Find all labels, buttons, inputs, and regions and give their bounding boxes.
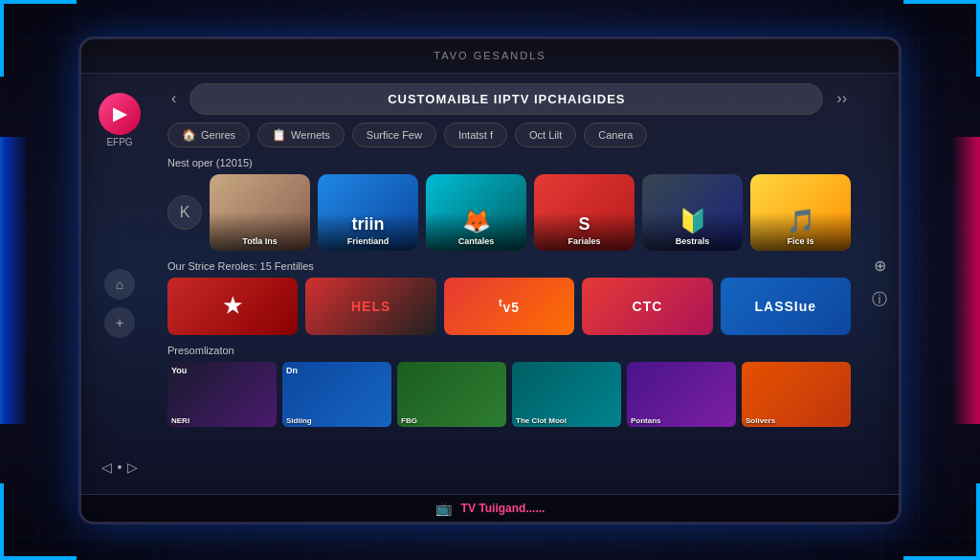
section3: Presomlizaton You NERI Dn Sidiing FBG bbox=[167, 345, 851, 427]
section2-label: Our Strice Reroles: 15 Fentilles bbox=[167, 260, 851, 272]
corner-tl bbox=[0, 0, 77, 77]
genres-icon: 🏠 bbox=[182, 128, 196, 142]
left-nav: ⌂ + bbox=[104, 269, 135, 338]
tab-genres[interactable]: 🏠 Genres bbox=[167, 123, 250, 147]
bottom-tv-icon: 📺 bbox=[435, 501, 452, 516]
section1: Nest oper (12015) K Totla Ins bbox=[167, 157, 851, 260]
card-label-cantales: Cantales bbox=[458, 236, 495, 246]
main-content: ▶ EFPG ⌂ + ◁ • ▷ ‹ bbox=[81, 74, 899, 494]
sidebar-icon-info[interactable]: ⓘ bbox=[872, 290, 887, 310]
tab-canera-label: Canera bbox=[598, 129, 633, 141]
thumb-label-6: Solivers bbox=[746, 416, 847, 425]
live-card-tv5[interactable]: tv5 bbox=[444, 278, 574, 335]
card-label-bestrals: Bestrals bbox=[676, 236, 710, 246]
card-logo-fice: 🎵 bbox=[787, 208, 815, 235]
live-card-ctc-text: CTC bbox=[633, 299, 663, 314]
card-logo-cantales: 🦊 bbox=[462, 208, 491, 235]
channel-card-cantales[interactable]: 🦊 Cantales bbox=[426, 174, 526, 251]
card-label-totla: Totla Ins bbox=[242, 236, 277, 246]
side-glow-left bbox=[0, 137, 29, 424]
tab-canera[interactable]: Canera bbox=[584, 123, 647, 147]
tab-genres-label: Genres bbox=[201, 129, 235, 141]
section2-live-row: ★ HELS tv5 CTC bbox=[167, 278, 851, 335]
bottom-bar: 📺 TV Tuiigand...... bbox=[81, 494, 899, 522]
live-card-lassue[interactable]: LASSIue bbox=[721, 278, 851, 335]
center-content: ‹ CUSTOMAIBLE IIPTV IPCHAIGIDES ›› 🏠 Gen… bbox=[158, 83, 860, 484]
live-card-tv5-text: tv5 bbox=[499, 297, 520, 315]
thumb-label-5: Pontans bbox=[631, 416, 732, 425]
next-button[interactable]: ›› bbox=[833, 86, 851, 111]
thumb-top-2: Dn bbox=[286, 366, 298, 375]
tab-oct-label: Oct Lilt bbox=[529, 129, 562, 141]
top-bar: TAVO GESANDLS bbox=[81, 39, 899, 74]
search-bar-row: ‹ CUSTOMAIBLE IIPTV IPCHAIGIDES ›› bbox=[167, 83, 851, 115]
section1-channel-cards: Totla Ins triin Frientiand 🦊 Cantales bbox=[210, 174, 851, 251]
live-card-hels[interactable]: HELS bbox=[305, 278, 435, 335]
section2: Our Strice Reroles: 15 Fentilles ★ HELS … bbox=[167, 260, 851, 345]
app-title: TAVO GESANDLS bbox=[434, 50, 546, 61]
card-logo-fariales: S bbox=[578, 214, 590, 235]
left-sidebar: ▶ EFPG ⌂ + ◁ • ▷ bbox=[81, 83, 158, 484]
thumb-label-4: The Clot Mool bbox=[516, 416, 617, 425]
nav-tabs: 🏠 Genres 📋 Wernets Surfice Few Intatst f bbox=[167, 123, 851, 147]
section1-channels-row: K Totla Ins triin Frientiand bbox=[167, 174, 851, 251]
thumb-card-5[interactable]: Pontans bbox=[627, 362, 736, 427]
right-sidebar: ⊕ ⓘ bbox=[860, 83, 899, 484]
thumb-top-1: You bbox=[171, 366, 187, 375]
logo-circle: ▶ bbox=[99, 93, 141, 135]
outer-frame: TAVO GESANDLS ▶ EFPG ⌂ + ◁ • ▷ bbox=[0, 0, 980, 560]
live-card-red-star[interactable]: ★ bbox=[167, 278, 298, 335]
nav-icon-add[interactable]: + bbox=[104, 307, 135, 338]
wernets-icon: 📋 bbox=[272, 128, 286, 142]
live-card-lassue-text: LASSIue bbox=[755, 299, 817, 314]
corner-br bbox=[903, 483, 980, 560]
logo-symbol: ▶ bbox=[113, 103, 126, 124]
card-logo-frientiand: triin bbox=[352, 214, 385, 235]
nav-icon-home[interactable]: ⌂ bbox=[104, 269, 135, 300]
tv-screen: TAVO GESANDLS ▶ EFPG ⌂ + ◁ • ▷ bbox=[78, 36, 902, 525]
card-label-fice: Fice Is bbox=[787, 236, 813, 246]
thumb-label-1: NERI bbox=[171, 416, 273, 425]
search-bar[interactable]: CUSTOMAIBLE IIPTV IPCHAIGIDES bbox=[189, 83, 823, 115]
section1-label: Nest oper (12015) bbox=[167, 157, 851, 168]
bottom-text: TV Tuiigand...... bbox=[461, 502, 546, 515]
live-card-ctc[interactable]: CTC bbox=[582, 278, 712, 335]
thumb-label-3: FBG bbox=[401, 416, 502, 425]
header-area: ‹ CUSTOMAIBLE IIPTV IPCHAIGIDES ›› 🏠 Gen… bbox=[167, 83, 851, 147]
corner-tr bbox=[903, 0, 980, 77]
channel-card-fariales[interactable]: S Fariales bbox=[534, 174, 635, 251]
thumb-card-6[interactable]: Solivers bbox=[742, 362, 851, 427]
channel-card-bestrals[interactable]: 🔰 Bestrals bbox=[642, 174, 743, 251]
section1-nav-btn[interactable]: K bbox=[167, 195, 202, 230]
sidebar-icon-plus[interactable]: ⊕ bbox=[874, 257, 886, 275]
playback-next[interactable]: ▷ bbox=[127, 459, 138, 475]
section3-thumbs-row: You NERI Dn Sidiing FBG The Clot Mool bbox=[167, 362, 851, 427]
corner-bl bbox=[0, 483, 77, 560]
thumb-card-4[interactable]: The Clot Mool bbox=[512, 362, 621, 427]
channel-card-frientiand[interactable]: triin Frientiand bbox=[318, 174, 418, 251]
tab-surfice-label: Surfice Few bbox=[367, 129, 422, 141]
channel-card-fice[interactable]: 🎵 Fice Is bbox=[750, 174, 851, 251]
logo-label: EFPG bbox=[106, 137, 132, 147]
side-glow-right bbox=[951, 137, 980, 424]
tab-oct[interactable]: Oct Lilt bbox=[515, 123, 576, 147]
prev-button[interactable]: ‹ bbox=[167, 86, 180, 111]
thumb-card-3[interactable]: FBG bbox=[397, 362, 506, 427]
card-logo-bestrals: 🔰 bbox=[679, 208, 707, 235]
card-label-frientiand: Frientiand bbox=[347, 236, 390, 246]
live-card-hels-text: HELS bbox=[351, 299, 390, 314]
tab-intatst-label: Intatst f bbox=[458, 129, 493, 141]
section3-label: Presomlizaton bbox=[167, 345, 851, 356]
card-label-fariales: Fariales bbox=[568, 236, 600, 246]
live-card-red-star-text: ★ bbox=[223, 294, 243, 319]
tab-wernets[interactable]: 📋 Wernets bbox=[257, 123, 345, 147]
tab-intatst[interactable]: Intatst f bbox=[444, 123, 507, 147]
thumb-card-2[interactable]: Dn Sidiing bbox=[282, 362, 391, 427]
playback-prev[interactable]: ◁ bbox=[101, 459, 112, 475]
tab-surfice[interactable]: Surfice Few bbox=[352, 123, 436, 147]
playback-dot: • bbox=[118, 459, 122, 475]
tab-wernets-label: Wernets bbox=[291, 129, 330, 141]
thumb-card-1[interactable]: You NERI bbox=[167, 362, 277, 427]
channel-card-totla[interactable]: Totla Ins bbox=[210, 174, 310, 251]
thumb-label-2: Sidiing bbox=[286, 416, 388, 425]
